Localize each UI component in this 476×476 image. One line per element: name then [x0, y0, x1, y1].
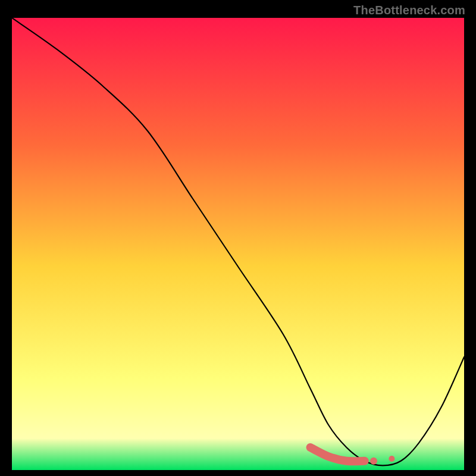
chart-svg — [12, 18, 464, 470]
watermark-text: TheBottleneck.com — [353, 4, 465, 17]
gradient-background — [12, 18, 464, 470]
optimal-dot — [389, 456, 394, 462]
chart-frame — [12, 18, 464, 470]
optimal-dot — [370, 458, 377, 465]
